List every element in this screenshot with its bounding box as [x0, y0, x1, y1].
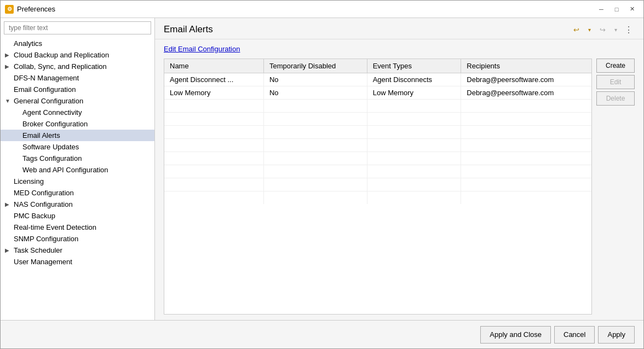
main-panel: Email Alerts ↩ ▾ ↪ ▾ ⋮ Edit Email Config… — [155, 18, 643, 320]
action-buttons: Create Edit Delete — [592, 59, 635, 315]
table-row[interactable]: Low Memory No Low Memory Debrag@peersoft… — [164, 86, 591, 100]
sidebar-item-task-scheduler[interactable]: ▶ Task Scheduler — [1, 245, 154, 256]
sidebar-item-nas-config[interactable]: ▶ NAS Configuration — [1, 199, 154, 210]
col-name: Name — [164, 59, 263, 73]
filter-input[interactable] — [4, 21, 151, 34]
expand-icon: ▼ — [5, 98, 13, 104]
sidebar-item-software-updates[interactable]: Software Updates — [1, 141, 154, 153]
sidebar-item-label: Web and API Configuration — [22, 166, 108, 174]
main-content: Edit Email Configuration Name Temporaril… — [155, 39, 643, 320]
cell-event-types: Low Memory — [367, 86, 461, 100]
cell-recipients: Debrag@peersoftware.com — [461, 73, 591, 86]
cell-event-types: Agent Disconnects — [367, 73, 461, 86]
sidebar-item-label: DFS-N Management — [14, 74, 79, 82]
sidebar-item-user-management[interactable]: User Management — [1, 256, 154, 267]
table-row-empty — [164, 139, 591, 152]
sidebar-item-label: Broker Configuration — [22, 120, 88, 128]
app-icon: ⚙ — [5, 5, 14, 14]
close-button[interactable]: ✕ — [625, 3, 639, 15]
sidebar-item-cloud-backup[interactable]: ▶ Cloud Backup and Replication — [1, 49, 154, 61]
cell-disabled: No — [263, 86, 367, 100]
maximize-button[interactable]: □ — [610, 3, 624, 15]
expand-icon: ▶ — [5, 247, 13, 253]
sidebar-item-agent-connectivity[interactable]: Agent Connectivity — [1, 107, 154, 118]
cancel-button[interactable]: Cancel — [554, 326, 595, 344]
sidebar-item-web-api-config[interactable]: Web and API Configuration — [1, 164, 154, 176]
table-row-empty — [164, 113, 591, 126]
sidebar-item-label: NAS Configuration — [14, 200, 73, 208]
sidebar: Analytics ▶ Cloud Backup and Replication… — [1, 18, 155, 320]
col-event-types: Event Types — [367, 59, 461, 73]
title-bar: ⚙ Preferences ─ □ ✕ — [1, 1, 643, 18]
sidebar-item-label: Task Scheduler — [14, 246, 62, 254]
sidebar-item-email-config[interactable]: Email Configuration — [1, 84, 154, 95]
sidebar-item-collab-sync[interactable]: ▶ Collab, Sync, and Replication — [1, 61, 154, 72]
alerts-table: Name Temporarily Disabled Event Types Re… — [164, 59, 591, 204]
delete-button[interactable]: Delete — [596, 91, 635, 106]
content-area: Analytics ▶ Cloud Backup and Replication… — [1, 18, 643, 320]
sidebar-item-label: User Management — [14, 258, 72, 266]
sidebar-item-label: Analytics — [14, 39, 42, 48]
back-button[interactable]: ↩ — [570, 24, 582, 36]
sidebar-item-analytics[interactable]: Analytics — [1, 38, 154, 49]
sidebar-item-pmc-backup[interactable]: PMC Backup — [1, 210, 154, 222]
footer: Apply and Close Cancel Apply — [1, 320, 643, 348]
dropdown-button[interactable]: ▾ — [583, 24, 595, 36]
expand-icon: ▶ — [5, 201, 13, 207]
table-row-empty — [164, 126, 591, 139]
table-area: Name Temporarily Disabled Event Types Re… — [164, 59, 635, 315]
sidebar-item-realtime-event[interactable]: Real-time Event Detection — [1, 222, 154, 233]
sidebar-item-label: Real-time Event Detection — [14, 223, 96, 231]
sidebar-item-label: Licensing — [14, 177, 44, 185]
forward-button[interactable]: ↪ — [596, 24, 608, 36]
sidebar-item-label: Software Updates — [22, 143, 79, 151]
sidebar-item-label: General Configuration — [14, 97, 83, 105]
col-disabled: Temporarily Disabled — [263, 59, 367, 73]
table-row-empty — [164, 191, 591, 205]
expand-icon: ▶ — [5, 52, 13, 58]
page-title: Email Alerts — [164, 24, 213, 35]
sidebar-item-label: MED Configuration — [14, 189, 74, 197]
cell-name: Low Memory — [164, 86, 263, 100]
sidebar-item-label: SNMP Configuration — [14, 235, 78, 243]
sidebar-item-email-alerts[interactable]: Email Alerts — [1, 130, 154, 141]
table-row[interactable]: Agent Disconnect ... No Agent Disconnect… — [164, 73, 591, 86]
cell-recipients: Debrag@peersoftware.com — [461, 86, 591, 100]
edit-email-config-link[interactable]: Edit Email Configuration — [164, 45, 635, 53]
table-row-empty — [164, 178, 591, 191]
cell-name: Agent Disconnect ... — [164, 73, 263, 86]
sidebar-item-licensing[interactable]: Licensing — [1, 176, 154, 187]
sidebar-item-snmp-config[interactable]: SNMP Configuration — [1, 233, 154, 245]
forward-dropdown-button[interactable]: ▾ — [610, 24, 622, 36]
cell-disabled: No — [263, 73, 367, 86]
table-row-empty — [164, 100, 591, 113]
window-title: Preferences — [17, 5, 594, 13]
window-controls: ─ □ ✕ — [594, 3, 639, 15]
apply-close-button[interactable]: Apply and Close — [480, 326, 551, 344]
toolbar-icons: ↩ ▾ ↪ ▾ ⋮ — [570, 24, 635, 36]
create-button[interactable]: Create — [596, 59, 635, 73]
apply-button[interactable]: Apply — [598, 326, 635, 344]
sidebar-item-broker-config[interactable]: Broker Configuration — [1, 118, 154, 130]
preferences-window: ⚙ Preferences ─ □ ✕ Analytics ▶ Cloud Ba… — [0, 0, 644, 349]
minimize-button[interactable]: ─ — [594, 3, 608, 15]
sidebar-item-label: Agent Connectivity — [22, 108, 82, 117]
sidebar-item-med-config[interactable]: MED Configuration — [1, 187, 154, 199]
sidebar-item-label: PMC Backup — [14, 212, 55, 220]
menu-button[interactable]: ⋮ — [623, 24, 635, 36]
col-recipients: Recipients — [461, 59, 591, 73]
sidebar-item-label: Collab, Sync, and Replication — [14, 62, 107, 71]
sidebar-item-label: Email Alerts — [22, 131, 60, 139]
table-row-empty — [164, 152, 591, 165]
sidebar-item-general-config[interactable]: ▼ General Configuration — [1, 95, 154, 107]
sidebar-item-tags-config[interactable]: Tags Configuration — [1, 153, 154, 164]
sidebar-item-label: Cloud Backup and Replication — [14, 51, 109, 59]
main-header: Email Alerts ↩ ▾ ↪ ▾ ⋮ — [155, 18, 643, 39]
sidebar-item-label: Tags Configuration — [22, 154, 82, 162]
table-container: Name Temporarily Disabled Event Types Re… — [164, 59, 592, 315]
table-row-empty — [164, 165, 591, 178]
expand-icon: ▶ — [5, 63, 13, 69]
sidebar-item-label: Email Configuration — [14, 85, 76, 94]
edit-button[interactable]: Edit — [596, 75, 635, 89]
sidebar-item-dfs-n[interactable]: DFS-N Management — [1, 72, 154, 84]
